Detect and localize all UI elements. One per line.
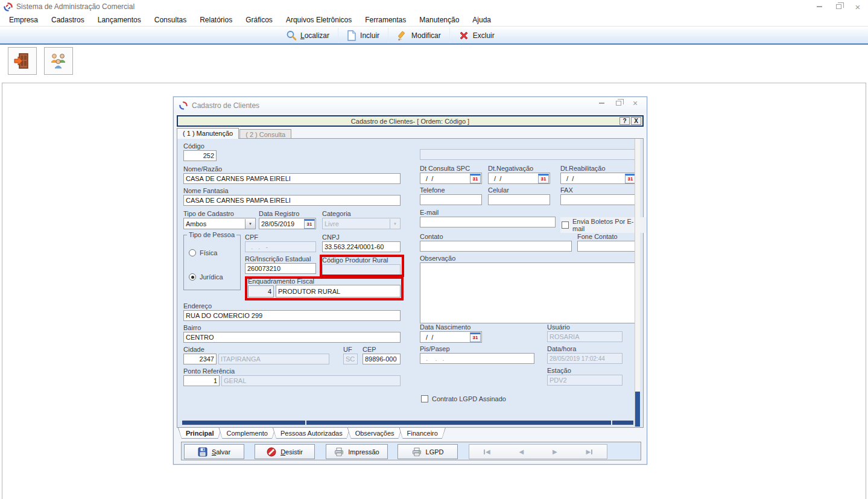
cep-field: CEP 89896-000 <box>363 346 401 364</box>
radio-icon <box>189 249 196 256</box>
menu-manutencao[interactable]: Manutenção <box>413 14 466 26</box>
minimize-button[interactable] <box>814 2 825 11</box>
celular-input[interactable] <box>488 194 550 205</box>
excluir-button[interactable]: Excluir <box>449 28 503 43</box>
incluir-button[interactable]: Incluir <box>338 28 388 43</box>
email-input[interactable] <box>420 217 556 227</box>
email-field: E-mail <box>420 209 556 227</box>
chevron-down-icon[interactable]: ▼ <box>245 219 255 229</box>
codigo-field: Código 252 <box>183 142 217 161</box>
magnifier-icon <box>286 30 297 41</box>
tab-pessoas-autorizadas[interactable]: Pessoas Autorizadas <box>273 428 350 439</box>
people-icon <box>49 52 68 70</box>
toolbar: Localizar Incluir <box>0 27 868 45</box>
tab-complemento[interactable]: Complemento <box>218 428 275 439</box>
close-button[interactable]: × <box>852 2 863 11</box>
splitter-bar <box>182 421 633 425</box>
menu-arquivos-eletronicos[interactable]: Arquivos Eletrônicos <box>279 14 358 26</box>
main-titlebar: Sistema de Administração Comercial × <box>0 0 868 13</box>
menubar: Empresa Cadastros Lançamentos Consultas … <box>0 13 868 27</box>
data-registro-input[interactable]: 28/05/2019 31 <box>259 218 316 229</box>
menu-relatorios[interactable]: Relatórios <box>193 14 239 26</box>
codigo-input[interactable]: 252 <box>183 150 217 161</box>
endereco-input[interactable]: RUA DO COMERCIO 299 <box>183 310 401 321</box>
menu-ferramentas[interactable]: Ferramentas <box>358 14 413 26</box>
telefone-input[interactable] <box>420 194 482 205</box>
nome-fantasia-input[interactable]: CASA DE CARNES PAMPA EIRELI <box>183 195 401 206</box>
restore-button[interactable] <box>833 2 844 11</box>
rg-ie-input[interactable]: 260073210 <box>245 263 316 274</box>
calendar-icon[interactable]: 31 <box>470 332 481 342</box>
checkbox-icon <box>421 395 428 402</box>
ponto-referencia-code-input[interactable]: 1 <box>183 375 220 386</box>
bottom-tabset: Principal Complemento Pessoas Autorizada… <box>181 428 446 439</box>
tab-consulta[interactable]: ( 2 ) Consulta <box>239 129 291 139</box>
tab-principal[interactable]: Principal <box>178 428 221 439</box>
menu-cadastros[interactable]: Cadastros <box>45 14 91 26</box>
nav-prev-button[interactable]: ◀ <box>519 448 524 455</box>
calendar-icon[interactable]: 31 <box>304 219 315 229</box>
dt-reabilitacao-input[interactable]: / / 31 <box>560 173 637 184</box>
scrollbar-thumb[interactable] <box>635 392 640 427</box>
bairro-field: Bairro CENTRO <box>183 324 401 343</box>
menu-graficos[interactable]: Gráficos <box>239 14 279 26</box>
nav-last-button[interactable]: ▶ <box>586 448 592 455</box>
radio-fisica[interactable]: Física <box>189 249 217 256</box>
observacao-textarea[interactable] <box>420 262 637 323</box>
calendar-icon[interactable]: 31 <box>538 174 549 183</box>
fone-contato-input[interactable] <box>577 241 637 252</box>
dialog-minimize-button[interactable] <box>596 98 607 108</box>
help-button[interactable]: ? <box>619 117 630 125</box>
tipo-cadastro-field: Tipo de Cadastro Ambos ▼ <box>183 210 256 229</box>
caption-close-button[interactable]: X <box>631 117 641 125</box>
nome-razao-input[interactable]: CASA DE CARNES PAMPA EIRELI <box>183 173 401 184</box>
desistir-button[interactable]: Desistir <box>255 444 315 459</box>
vertical-scrollbar[interactable] <box>635 139 640 427</box>
highlight-codigo-produtor-rural <box>320 255 404 277</box>
tab-manutencao[interactable]: ( 1 ) Manutenção <box>177 128 239 139</box>
dt-negativacao-input[interactable]: / / 31 <box>488 173 550 184</box>
envia-boletos-checkbox[interactable]: Envia Boletos Por E-mail <box>560 217 647 233</box>
exit-door-button[interactable] <box>8 47 37 75</box>
radio-juridica[interactable]: Jurídica <box>189 273 223 281</box>
contrato-lgpd-checkbox[interactable]: Contrato LGPD Assinado <box>421 395 506 402</box>
cidade-field: Cidade 2347 <box>183 346 217 364</box>
contato-input[interactable] <box>420 241 572 252</box>
menu-ajuda[interactable]: Ajuda <box>466 14 498 26</box>
menu-empresa[interactable]: Empresa <box>2 14 45 26</box>
impressao-button[interactable]: Impressão <box>326 444 388 459</box>
aux-top-field <box>420 149 637 160</box>
cnpj-input[interactable]: 33.563.224/0001-60 <box>322 241 401 252</box>
fax-input[interactable] <box>560 194 637 205</box>
pis-pasep-field: Pis/Pasep . . . <box>420 345 534 364</box>
salvar-button[interactable]: Salvar <box>184 444 244 459</box>
lgpd-button[interactable]: LGPD <box>398 444 458 459</box>
tab-financeiro[interactable]: Financeiro <box>399 428 446 439</box>
pis-pasep-input[interactable]: . . . <box>420 353 534 364</box>
uf-field: UF SC <box>343 346 358 364</box>
nav-next-button[interactable]: ▶ <box>553 448 557 455</box>
bairro-input[interactable]: CENTRO <box>183 332 401 343</box>
menu-consultas[interactable]: Consultas <box>148 14 193 26</box>
data-nascimento-input[interactable]: / / 31 <box>420 331 482 343</box>
celular-field: Celular <box>488 186 550 205</box>
usuario-field: Usuário ROSARIA <box>547 323 622 342</box>
tipo-cadastro-combobox[interactable]: Ambos ▼ <box>183 218 256 229</box>
calendar-icon[interactable]: 31 <box>470 174 481 183</box>
nav-first-button[interactable]: ◀ <box>484 448 490 455</box>
tab-observacoes[interactable]: Observações <box>347 428 402 439</box>
observacao-field: Observação <box>420 255 637 323</box>
fax-field: FAX <box>560 186 637 205</box>
ponto-referencia-field: Ponto Referência 1 <box>183 367 220 386</box>
menu-lancamentos[interactable]: Lançamentos <box>91 14 148 26</box>
printer-icon <box>334 447 344 457</box>
caption-text: Cadastro de Clientes- [ Ordem: Código ] <box>351 118 469 125</box>
cidade-code-input[interactable]: 2347 <box>183 354 217 364</box>
modificar-button[interactable]: Modificar <box>388 28 449 43</box>
cep-input[interactable]: 89896-000 <box>363 354 401 364</box>
localizar-button[interactable]: Localizar <box>277 28 338 43</box>
dt-consulta-spc-input[interactable]: / / 31 <box>420 173 482 184</box>
dialog-close-button[interactable]: × <box>630 98 641 108</box>
clients-button[interactable] <box>44 47 73 75</box>
dialog-restore-button[interactable] <box>613 98 624 108</box>
